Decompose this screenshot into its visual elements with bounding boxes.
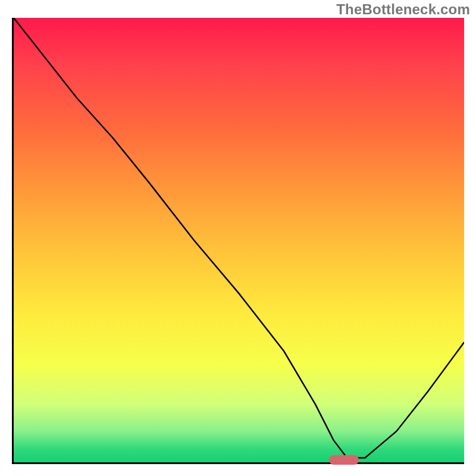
chart-container: TheBottleneck.com — [0, 0, 476, 476]
watermark-text: TheBottleneck.com — [336, 1, 470, 18]
optimal-range-marker — [329, 455, 359, 465]
bottleneck-curve — [14, 18, 464, 462]
plot-area — [12, 18, 464, 464]
curve-path — [14, 18, 464, 458]
